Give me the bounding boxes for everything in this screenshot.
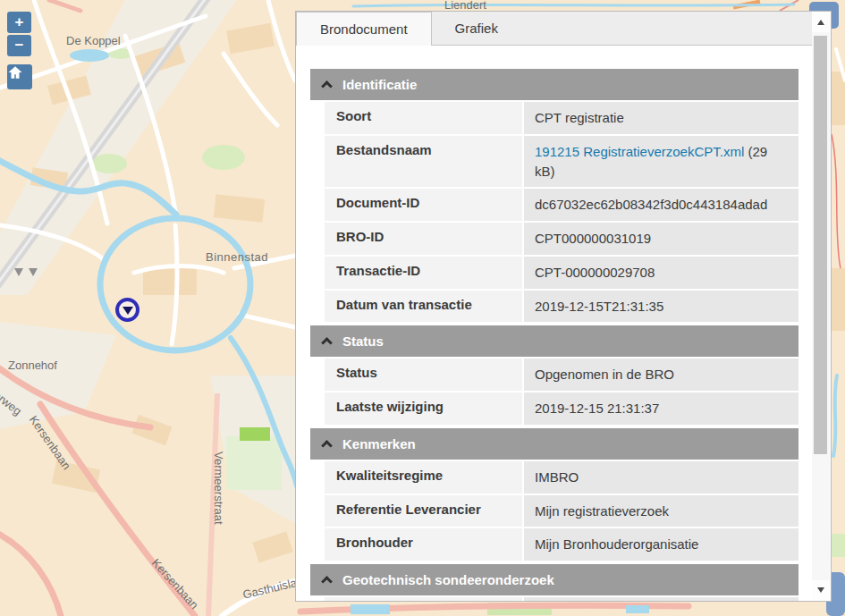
- tab-brondocument[interactable]: Brondocument: [296, 12, 432, 46]
- table-row: BronhouderMijn Bronhouderorganisatie: [325, 528, 799, 561]
- scrollbar-thumb[interactable]: [814, 36, 827, 454]
- triangle-down-icon: [817, 587, 824, 593]
- scroll-up-button[interactable]: [812, 13, 830, 32]
- row-value: IMBRO: [524, 461, 799, 494]
- section-title: Status: [342, 333, 384, 349]
- row-value: Mijn registratieverzoek: [524, 495, 799, 527]
- row-value: dc67032ec62b08342f3d0c443184adad: [524, 189, 799, 221]
- table-row: SoortCPT registratie: [325, 102, 799, 134]
- chevron-up-icon: [321, 80, 333, 92]
- row-value: CPT registratie: [524, 102, 799, 134]
- section-header[interactable]: Identificatie: [310, 69, 799, 100]
- table-row: BRO-IDCPT000000031019: [325, 223, 799, 255]
- section-title: Kenmerken: [342, 436, 416, 451]
- row-label: Soort: [325, 102, 522, 134]
- row-value: Mijn Bronhouderorganisatie: [524, 528, 799, 561]
- row-value: CPT-000000029708: [524, 257, 799, 289]
- cpt-marker-icon[interactable]: [14, 268, 23, 276]
- row-label: Bestandsnaam: [325, 136, 522, 188]
- home-button[interactable]: [7, 64, 32, 89]
- zoom-out-button[interactable]: −: [7, 35, 31, 56]
- tab-bar: Brondocument Grafiek: [296, 12, 812, 46]
- section-header[interactable]: Geotechnisch sondeeronderzoek: [310, 564, 799, 595]
- row-value: 191215 RegistratieverzoekCPT.xml (29 kB): [524, 136, 799, 188]
- home-icon: [7, 64, 23, 80]
- table-row: Laatste wijziging2019-12-15 21:31:37: [325, 392, 799, 425]
- chevron-up-icon: [321, 440, 333, 451]
- row-label: BRO-ID: [325, 223, 522, 255]
- row-value: 50200097: [524, 597, 799, 601]
- row-label: Transactie-ID: [325, 257, 522, 289]
- file-link[interactable]: 191215 RegistratieverzoekCPT.xml: [535, 144, 744, 159]
- triangle-up-icon: [817, 20, 824, 25]
- section-header[interactable]: Status: [310, 325, 799, 357]
- cpt-marker-icon[interactable]: [29, 268, 38, 276]
- row-value: 2019-12-15T21:31:35: [524, 291, 799, 323]
- plus-icon: +: [15, 13, 24, 31]
- row-value: 2019-12-15 21:31:37: [524, 392, 799, 425]
- row-label: Kwaliteitsregime: [325, 461, 522, 494]
- table-row: StatusOpgenomen in de BRO: [325, 359, 799, 391]
- row-label: Datum van transactie: [325, 291, 522, 323]
- section-title: Geotechnisch sondeeronderzoek: [342, 572, 554, 587]
- scroll-down-button[interactable]: [812, 580, 830, 600]
- table-row: Bestandsnaam191215 RegistratieverzoekCPT…: [325, 136, 799, 188]
- row-label: Status: [325, 359, 522, 391]
- detail-panel: Brondocument Grafiek IdentificatieSoortC…: [295, 11, 832, 602]
- document-table: IdentificatieSoortCPT registratieBestand…: [296, 46, 812, 601]
- row-label: Uitvoerder: [325, 597, 522, 601]
- tab-grafiek[interactable]: Grafiek: [432, 12, 521, 46]
- table-row: Transactie-IDCPT-000000029708: [325, 257, 799, 289]
- row-label: Document-ID: [325, 189, 522, 221]
- zoom-in-button[interactable]: +: [7, 12, 31, 33]
- row-value: CPT000000031019: [524, 223, 799, 255]
- row-label: Laatste wijziging: [325, 392, 522, 425]
- table-row: Uitvoerder50200097: [325, 597, 799, 601]
- table-row: KwaliteitsregimeIMBRO: [325, 461, 799, 494]
- row-label: Referentie Leverancier: [325, 495, 522, 527]
- triangle-down-icon: [123, 307, 133, 315]
- table-row: Referentie LeverancierMijn registratieve…: [325, 495, 799, 527]
- panel-scrollbar[interactable]: [812, 13, 830, 600]
- section-title: Identificatie: [342, 77, 417, 92]
- minus-icon: −: [15, 37, 24, 55]
- table-row: Document-IDdc67032ec62b08342f3d0c443184a…: [325, 189, 799, 221]
- row-value: Opgenomen in de BRO: [524, 359, 799, 391]
- chevron-up-icon: [321, 576, 333, 587]
- chevron-up-icon: [321, 337, 333, 349]
- table-row: Datum van transactie2019-12-15T21:31:35: [325, 291, 799, 323]
- selected-cpt-marker-icon[interactable]: [115, 298, 139, 322]
- bro-loket-viewer: Liendert De Koppel Binnenstad Zonnehof k…: [0, 0, 845, 616]
- row-label: Bronhouder: [325, 528, 522, 561]
- section-header[interactable]: Kenmerken: [310, 428, 799, 460]
